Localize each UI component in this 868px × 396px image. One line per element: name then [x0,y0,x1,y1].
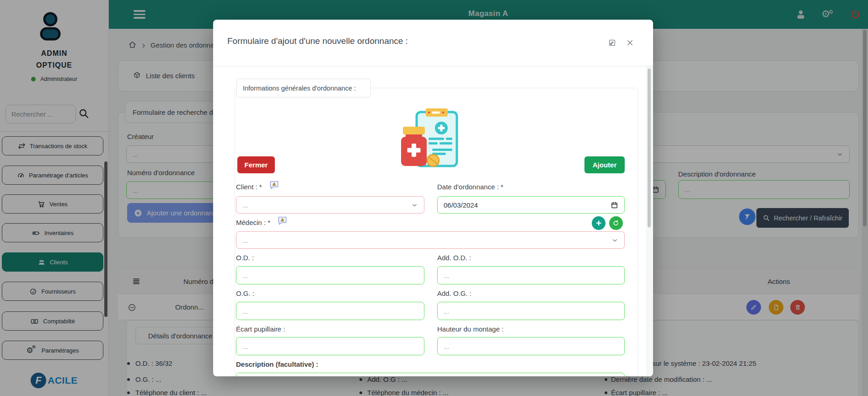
og-label: O.G. : [236,289,254,297]
close-icon [626,38,634,47]
chevron-down-icon [611,237,618,244]
client-select[interactable]: ... [236,196,424,214]
refresh-medecin-button[interactable] [609,216,623,230]
expand-modal-button[interactable] [607,38,616,47]
add-od-label: Add. O.D. : [437,254,471,262]
alert-icon [269,180,279,190]
calendar-icon [611,201,618,209]
expand-icon [608,38,616,47]
date-ordonnance-label: Date d'ordonnance : * [437,183,504,191]
fermer-button[interactable]: Fermer [237,156,275,173]
chevron-down-icon [411,202,418,209]
modal-title: Formulaire d'ajout d'une nouvelle ordonn… [227,36,408,46]
ajou​ter-button[interactable]: Ajouter [584,156,625,173]
og-input[interactable]: ... [236,302,424,320]
close-modal-button[interactable] [625,38,634,47]
refresh-icon [612,219,620,227]
hauteur-label: Hauteur du montage : [437,325,504,333]
date-ordonnance-input[interactable] [437,196,625,214]
od-input[interactable]: ... [236,266,424,284]
add-od-input[interactable]: ... [437,266,625,284]
hauteur-input[interactable]: ... [437,337,625,355]
add-ordonnance-modal: Formulaire d'ajout d'une nouvelle ordonn… [213,20,653,376]
alert-icon [277,215,288,226]
add-icon: + [596,219,601,228]
prescription-illustration [399,107,460,171]
add-og-input[interactable]: ... [437,302,625,320]
modal-tab: Informations générales d'ordonnance : [236,79,371,97]
ecart-label: Écart pupillaire : [236,325,285,333]
add-medecin-button[interactable]: + [592,216,605,230]
description-label: Description (facultative) : [236,360,318,368]
client-label: Client : * [236,183,262,191]
od-label: O.D. : [236,254,254,262]
divider [213,66,653,66]
add-og-label: Add. O.G. : [437,289,472,297]
description-textarea[interactable] [236,373,625,376]
app-window: ADMIN OPTIQUE Administrateur Transaction… [0,0,868,396]
medecin-select[interactable]: ... [236,231,625,249]
medecin-label: Médecin : * [236,219,270,226]
ecart-input[interactable]: ... [236,337,424,355]
modal-scrollbar-thumb[interactable] [648,69,651,227]
